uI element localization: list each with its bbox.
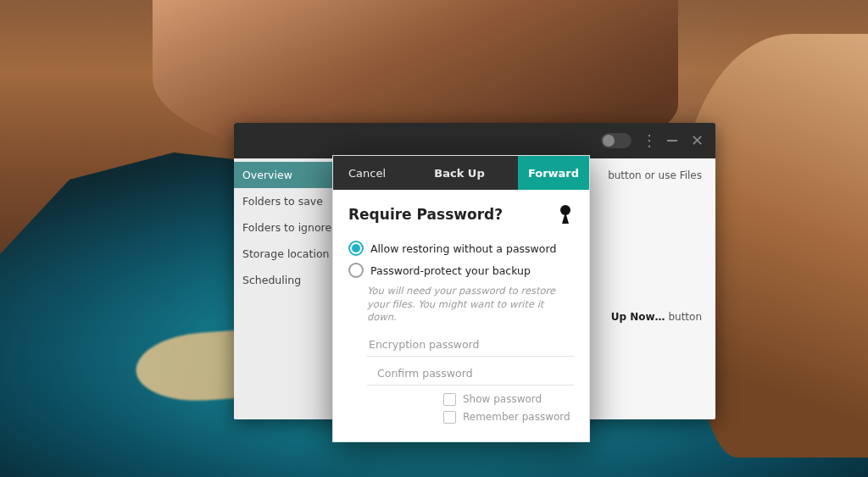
checkbox-label: Remember password [463, 411, 570, 423]
minimize-icon[interactable] [667, 140, 677, 141]
app-titlebar[interactable]: ⋮ ✕ [234, 123, 715, 158]
checkbox-box [443, 393, 456, 406]
radio-label: Allow restoring without a password [370, 242, 556, 255]
sidebar-item-scheduling[interactable]: Scheduling [234, 267, 341, 293]
radio-indicator [348, 263, 364, 278]
dialog-header: Cancel Back Up Forward [333, 156, 589, 190]
close-icon[interactable]: ✕ [687, 133, 707, 148]
require-password-dialog: Cancel Back Up Forward Require Password?… [332, 155, 590, 442]
sidebar-item-storage-location[interactable]: Storage location [234, 241, 341, 267]
remember-password-checkbox[interactable]: Remember password [443, 408, 574, 426]
sidebar: Overview Folders to save Folders to igno… [234, 158, 342, 419]
sidebar-item-folders-ignore[interactable]: Folders to ignore [234, 214, 341, 241]
sidebar-item-label: Folders to ignore [242, 221, 331, 234]
radio-label: Password-protect your backup [370, 264, 531, 277]
show-password-checkbox[interactable]: Show password [443, 391, 574, 408]
sidebar-item-label: Scheduling [242, 274, 301, 286]
sidebar-item-label: Overview [242, 169, 292, 181]
dialog-question: Require Password? [348, 206, 503, 223]
password-section: You will need your password to restore y… [367, 285, 574, 426]
sidebar-item-label: Folders to save [242, 195, 323, 208]
checkbox-box [443, 411, 456, 424]
overview-hint-mid: Up Now… button [611, 311, 702, 323]
radio-indicator [348, 241, 364, 256]
sidebar-item-folders-save[interactable]: Folders to save [234, 188, 341, 214]
radio-password-protect[interactable]: Password-protect your backup [348, 259, 574, 281]
confirm-password-field[interactable]: Confirm password [367, 362, 574, 385]
more-menu-icon[interactable]: ⋮ [642, 133, 657, 148]
sidebar-item-label: Storage location [242, 247, 329, 260]
overview-hint-top: button or use Files [608, 169, 702, 183]
dialog-title: Back Up [401, 156, 518, 190]
keyhole-icon [557, 203, 574, 225]
autobackup-toggle[interactable] [601, 133, 632, 148]
forward-button[interactable]: Forward [518, 156, 589, 190]
checkbox-label: Show password [463, 393, 542, 405]
sidebar-item-overview[interactable]: Overview [234, 162, 341, 188]
radio-allow-no-password[interactable]: Allow restoring without a password [348, 237, 574, 259]
password-radio-group: Allow restoring without a password Passw… [348, 237, 574, 281]
encryption-password-field[interactable]: Encryption password [367, 333, 574, 357]
password-hint: You will need your password to restore y… [367, 285, 574, 324]
cancel-button[interactable]: Cancel [333, 156, 401, 190]
